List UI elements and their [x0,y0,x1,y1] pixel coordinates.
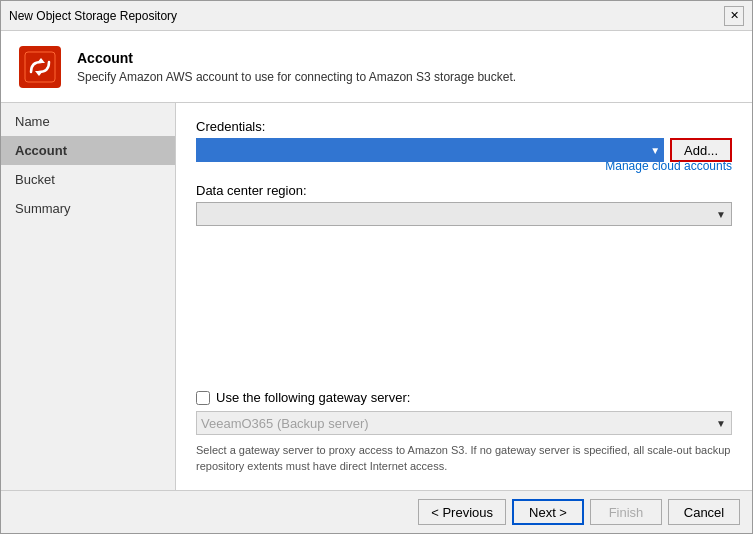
gateway-section: Use the following gateway server: VeeamO… [196,390,732,474]
credentials-select[interactable] [196,138,664,162]
close-button[interactable]: ✕ [724,6,744,26]
sidebar-item-account[interactable]: Account [1,136,175,165]
sidebar-item-summary[interactable]: Summary [1,194,175,223]
content-area: Credentials: ▼ Add... Manage cloud accou… [176,103,752,490]
aws-svg-icon [17,44,63,90]
dialog: New Object Storage Repository ✕ Account … [0,0,753,534]
main-content: Name Account Bucket Summary Credentials: [1,103,752,490]
gateway-select: VeeamO365 (Backup server) [196,411,732,435]
gateway-checkbox[interactable] [196,391,210,405]
data-center-select-wrapper: ▼ [196,202,732,226]
credentials-field: Credentials: ▼ Add... Manage cloud accou… [196,119,732,173]
title-bar: New Object Storage Repository ✕ [1,1,752,31]
data-center-field: Data center region: ▼ [196,183,732,226]
credentials-label: Credentials: [196,119,732,134]
finish-button[interactable]: Finish [590,499,662,525]
header-description: Specify Amazon AWS account to use for co… [77,70,516,84]
data-center-label: Data center region: [196,183,732,198]
spacer [196,236,732,380]
footer: < Previous Next > Finish Cancel [1,490,752,533]
gateway-select-wrapper: VeeamO365 (Backup server) ▼ [196,411,732,435]
sidebar-item-bucket[interactable]: Bucket [1,165,175,194]
cancel-button[interactable]: Cancel [668,499,740,525]
next-button[interactable]: Next > [512,499,584,525]
data-center-select[interactable] [196,202,732,226]
header-text: Account Specify Amazon AWS account to us… [77,50,516,84]
gateway-checkbox-label[interactable]: Use the following gateway server: [216,390,410,405]
dialog-title: New Object Storage Repository [9,9,177,23]
sidebar: Name Account Bucket Summary [1,103,176,490]
header-section: Account Specify Amazon AWS account to us… [1,31,752,103]
sidebar-item-name[interactable]: Name [1,107,175,136]
aws-icon [17,44,63,90]
gateway-checkbox-row: Use the following gateway server: [196,390,732,405]
gateway-hint: Select a gateway server to proxy access … [196,443,732,474]
svg-rect-1 [25,52,55,82]
credentials-row: ▼ Add... [196,138,732,162]
credentials-select-wrapper: ▼ [196,138,664,162]
header-title: Account [77,50,516,66]
previous-button[interactable]: < Previous [418,499,506,525]
